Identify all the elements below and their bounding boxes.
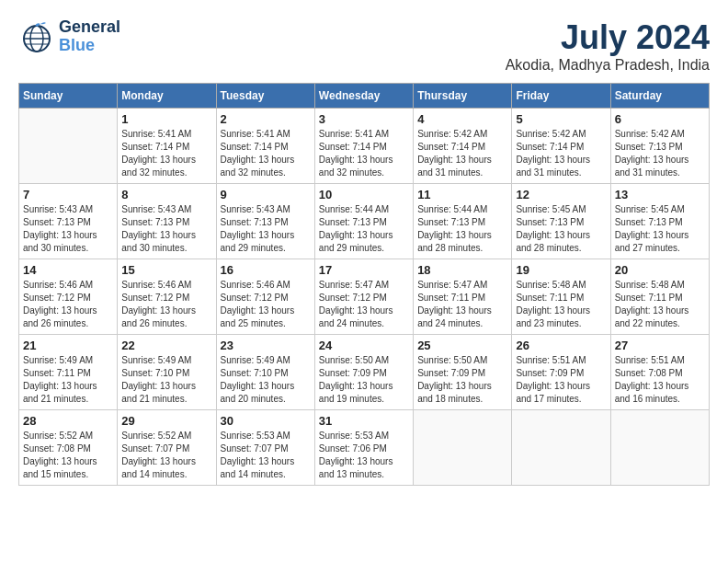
weekday-header-sunday: Sunday xyxy=(19,84,118,109)
day-number: 13 xyxy=(615,188,705,201)
day-info: Sunrise: 5:45 AMSunset: 7:13 PMDaylight:… xyxy=(615,203,705,255)
weekday-header-row: SundayMondayTuesdayWednesdayThursdayFrid… xyxy=(19,84,710,109)
calendar-cell: 13Sunrise: 5:45 AMSunset: 7:13 PMDayligh… xyxy=(610,184,709,259)
calendar-cell: 3Sunrise: 5:41 AMSunset: 7:14 PMDaylight… xyxy=(314,109,413,184)
day-number: 19 xyxy=(516,263,606,277)
day-number: 17 xyxy=(319,263,409,277)
calendar-cell: 4Sunrise: 5:42 AMSunset: 7:14 PMDaylight… xyxy=(414,109,512,184)
day-number: 10 xyxy=(319,188,409,201)
day-number: 24 xyxy=(319,339,409,352)
day-info: Sunrise: 5:46 AMSunset: 7:12 PMDaylight:… xyxy=(221,279,311,330)
calendar-cell: 29Sunrise: 5:52 AMSunset: 7:07 PMDayligh… xyxy=(118,410,216,486)
calendar-cell: 11Sunrise: 5:44 AMSunset: 7:13 PMDayligh… xyxy=(414,184,512,259)
day-number: 23 xyxy=(221,339,311,352)
day-number: 31 xyxy=(319,414,409,428)
calendar-cell xyxy=(512,410,610,486)
day-info: Sunrise: 5:41 AMSunset: 7:14 PMDaylight:… xyxy=(319,128,409,179)
week-row-1: 1Sunrise: 5:41 AMSunset: 7:14 PMDaylight… xyxy=(19,109,710,184)
day-info: Sunrise: 5:49 AMSunset: 7:10 PMDaylight:… xyxy=(221,354,311,406)
calendar-cell: 20Sunrise: 5:48 AMSunset: 7:11 PMDayligh… xyxy=(610,259,709,335)
calendar-cell: 28Sunrise: 5:52 AMSunset: 7:08 PMDayligh… xyxy=(19,410,118,486)
week-row-3: 14Sunrise: 5:46 AMSunset: 7:12 PMDayligh… xyxy=(19,259,710,335)
day-info: Sunrise: 5:43 AMSunset: 7:13 PMDaylight:… xyxy=(121,203,211,255)
calendar-cell: 16Sunrise: 5:46 AMSunset: 7:12 PMDayligh… xyxy=(216,259,314,335)
day-info: Sunrise: 5:43 AMSunset: 7:13 PMDaylight:… xyxy=(23,203,113,255)
day-info: Sunrise: 5:41 AMSunset: 7:14 PMDaylight:… xyxy=(121,128,211,179)
logo-general: General xyxy=(59,18,120,37)
day-number: 11 xyxy=(417,188,507,201)
day-number: 15 xyxy=(121,263,211,277)
day-number: 1 xyxy=(121,112,211,126)
calendar-cell: 18Sunrise: 5:47 AMSunset: 7:11 PMDayligh… xyxy=(414,259,512,335)
logo: General Blue xyxy=(18,18,120,55)
day-info: Sunrise: 5:46 AMSunset: 7:12 PMDaylight:… xyxy=(23,279,113,330)
day-number: 14 xyxy=(23,263,113,277)
day-info: Sunrise: 5:42 AMSunset: 7:13 PMDaylight:… xyxy=(615,128,705,179)
weekday-header-saturday: Saturday xyxy=(610,84,709,109)
main-title: July 2024 xyxy=(506,18,710,57)
day-info: Sunrise: 5:53 AMSunset: 7:07 PMDaylight:… xyxy=(221,430,311,481)
weekday-header-thursday: Thursday xyxy=(414,84,512,109)
day-number: 22 xyxy=(121,339,211,352)
day-number: 7 xyxy=(23,188,113,201)
calendar-cell: 14Sunrise: 5:46 AMSunset: 7:12 PMDayligh… xyxy=(19,259,118,335)
day-number: 9 xyxy=(221,188,311,201)
day-number: 30 xyxy=(221,414,311,428)
week-row-5: 28Sunrise: 5:52 AMSunset: 7:08 PMDayligh… xyxy=(19,410,710,486)
day-number: 25 xyxy=(417,339,507,352)
day-number: 18 xyxy=(417,263,507,277)
day-info: Sunrise: 5:53 AMSunset: 7:06 PMDaylight:… xyxy=(319,430,409,481)
day-info: Sunrise: 5:48 AMSunset: 7:11 PMDaylight:… xyxy=(615,279,705,330)
weekday-header-wednesday: Wednesday xyxy=(314,84,413,109)
weekday-header-tuesday: Tuesday xyxy=(216,84,314,109)
week-row-2: 7Sunrise: 5:43 AMSunset: 7:13 PMDaylight… xyxy=(19,184,710,259)
calendar-cell: 8Sunrise: 5:43 AMSunset: 7:13 PMDaylight… xyxy=(118,184,216,259)
calendar-cell: 1Sunrise: 5:41 AMSunset: 7:14 PMDaylight… xyxy=(118,109,216,184)
day-info: Sunrise: 5:52 AMSunset: 7:07 PMDaylight:… xyxy=(121,430,211,481)
calendar-cell: 5Sunrise: 5:42 AMSunset: 7:14 PMDaylight… xyxy=(512,109,610,184)
day-number: 12 xyxy=(516,188,606,201)
calendar-cell: 27Sunrise: 5:51 AMSunset: 7:08 PMDayligh… xyxy=(610,335,709,410)
day-number: 29 xyxy=(121,414,211,428)
day-info: Sunrise: 5:48 AMSunset: 7:11 PMDaylight:… xyxy=(516,279,606,330)
weekday-header-friday: Friday xyxy=(512,84,610,109)
calendar-cell: 6Sunrise: 5:42 AMSunset: 7:13 PMDaylight… xyxy=(610,109,709,184)
day-info: Sunrise: 5:50 AMSunset: 7:09 PMDaylight:… xyxy=(417,354,507,406)
day-number: 3 xyxy=(319,112,409,126)
day-info: Sunrise: 5:47 AMSunset: 7:11 PMDaylight:… xyxy=(417,279,507,330)
day-info: Sunrise: 5:52 AMSunset: 7:08 PMDaylight:… xyxy=(23,430,113,481)
calendar-cell: 25Sunrise: 5:50 AMSunset: 7:09 PMDayligh… xyxy=(414,335,512,410)
calendar-cell: 26Sunrise: 5:51 AMSunset: 7:09 PMDayligh… xyxy=(512,335,610,410)
calendar-cell: 9Sunrise: 5:43 AMSunset: 7:13 PMDaylight… xyxy=(216,184,314,259)
calendar-cell: 17Sunrise: 5:47 AMSunset: 7:12 PMDayligh… xyxy=(314,259,413,335)
day-info: Sunrise: 5:51 AMSunset: 7:08 PMDaylight:… xyxy=(615,354,705,406)
subtitle: Akodia, Madhya Pradesh, India xyxy=(506,57,710,74)
day-info: Sunrise: 5:47 AMSunset: 7:12 PMDaylight:… xyxy=(319,279,409,330)
calendar-cell: 7Sunrise: 5:43 AMSunset: 7:13 PMDaylight… xyxy=(19,184,118,259)
day-info: Sunrise: 5:45 AMSunset: 7:13 PMDaylight:… xyxy=(516,203,606,255)
day-number: 27 xyxy=(615,339,705,352)
calendar-cell xyxy=(19,109,118,184)
calendar-cell xyxy=(610,410,709,486)
logo-blue: Blue xyxy=(59,37,120,55)
day-number: 28 xyxy=(23,414,113,428)
day-info: Sunrise: 5:44 AMSunset: 7:13 PMDaylight:… xyxy=(417,203,507,255)
calendar-cell: 23Sunrise: 5:49 AMSunset: 7:10 PMDayligh… xyxy=(216,335,314,410)
day-number: 6 xyxy=(615,112,705,126)
calendar-cell: 22Sunrise: 5:49 AMSunset: 7:10 PMDayligh… xyxy=(118,335,216,410)
day-number: 20 xyxy=(615,263,705,277)
day-info: Sunrise: 5:51 AMSunset: 7:09 PMDaylight:… xyxy=(516,354,606,406)
week-row-4: 21Sunrise: 5:49 AMSunset: 7:11 PMDayligh… xyxy=(19,335,710,410)
day-number: 2 xyxy=(221,112,311,126)
calendar-cell: 30Sunrise: 5:53 AMSunset: 7:07 PMDayligh… xyxy=(216,410,314,486)
day-info: Sunrise: 5:49 AMSunset: 7:10 PMDaylight:… xyxy=(121,354,211,406)
calendar-cell: 21Sunrise: 5:49 AMSunset: 7:11 PMDayligh… xyxy=(19,335,118,410)
calendar-cell: 19Sunrise: 5:48 AMSunset: 7:11 PMDayligh… xyxy=(512,259,610,335)
day-number: 16 xyxy=(221,263,311,277)
calendar-cell xyxy=(414,410,512,486)
calendar: SundayMondayTuesdayWednesdayThursdayFrid… xyxy=(18,83,710,486)
day-info: Sunrise: 5:43 AMSunset: 7:13 PMDaylight:… xyxy=(221,203,311,255)
calendar-cell: 12Sunrise: 5:45 AMSunset: 7:13 PMDayligh… xyxy=(512,184,610,259)
calendar-cell: 24Sunrise: 5:50 AMSunset: 7:09 PMDayligh… xyxy=(314,335,413,410)
weekday-header-monday: Monday xyxy=(118,84,216,109)
